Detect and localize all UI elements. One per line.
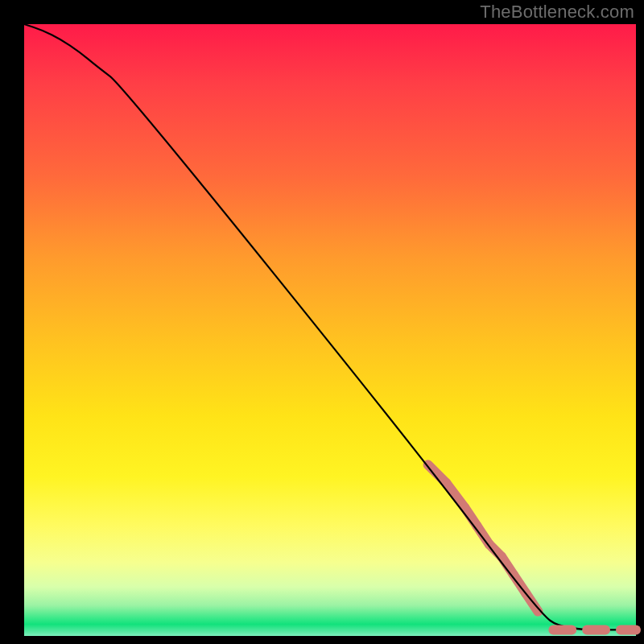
watermark-text: TheBottleneck.com bbox=[480, 2, 634, 23]
curve-layer bbox=[24, 24, 636, 636]
chart-frame: TheBottleneck.com bbox=[0, 0, 644, 644]
plot-area bbox=[24, 24, 636, 636]
main-curve bbox=[24, 24, 636, 630]
